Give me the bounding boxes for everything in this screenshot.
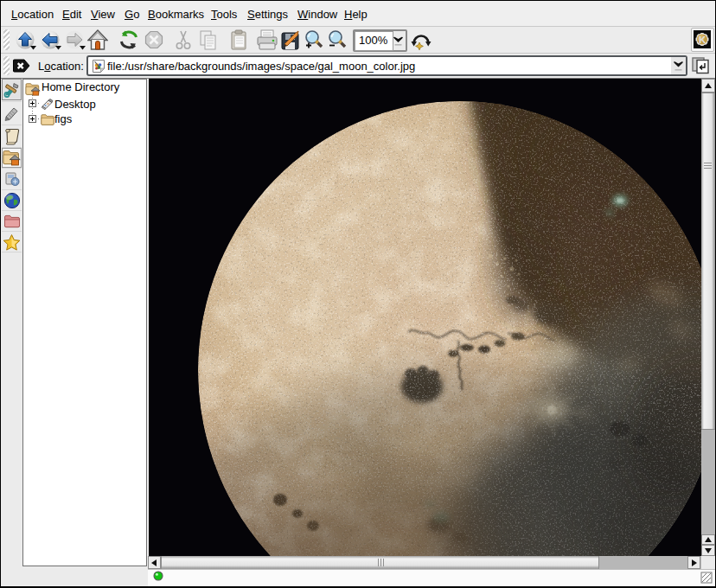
svg-text:K: K (699, 35, 706, 45)
